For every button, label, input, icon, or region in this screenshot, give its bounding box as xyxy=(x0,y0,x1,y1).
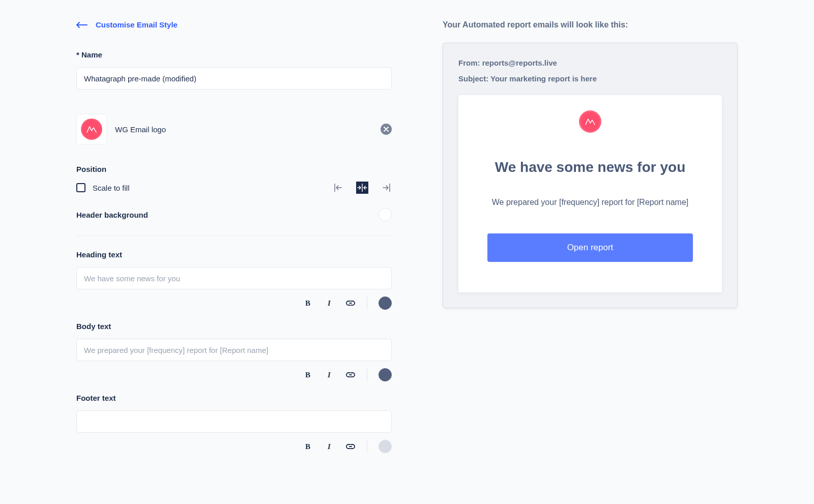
preview-heading: We have some news for you xyxy=(474,159,707,175)
scale-to-fill-checkbox[interactable] xyxy=(76,183,85,192)
footer-text-input[interactable] xyxy=(76,410,392,433)
heading-bold-button[interactable]: B xyxy=(303,298,313,308)
preview-title: Your Automated report emails will look l… xyxy=(443,20,738,29)
open-report-button[interactable]: Open report xyxy=(487,233,692,262)
preview-subject: Subject: Your marketing report is here xyxy=(458,74,722,83)
header-bg-label: Header background xyxy=(76,211,148,219)
scale-to-fill-label: Scale to fill xyxy=(93,184,130,192)
footer-color-picker[interactable] xyxy=(379,440,392,453)
footer-text-label: Footer text xyxy=(76,394,392,402)
align-right-button[interactable] xyxy=(380,182,392,194)
logo-filename: WG Email logo xyxy=(115,125,372,134)
remove-logo-button[interactable] xyxy=(381,124,392,135)
back-link[interactable]: Customise Email Style xyxy=(76,20,178,29)
name-input[interactable] xyxy=(76,67,392,90)
toolbar-divider xyxy=(367,369,367,381)
align-left-button[interactable] xyxy=(333,182,345,194)
preview-card: We have some news for you We prepared yo… xyxy=(458,95,722,292)
footer-link-button[interactable] xyxy=(345,441,356,452)
whatagraph-logo-icon xyxy=(81,118,102,140)
back-link-label: Customise Email Style xyxy=(96,20,178,29)
heading-text-label: Heading text xyxy=(76,250,392,259)
body-bold-button[interactable]: B xyxy=(303,370,313,380)
link-icon xyxy=(346,371,355,379)
preview-body: We prepared your [frequency] report for … xyxy=(474,198,707,207)
close-icon xyxy=(384,127,389,132)
body-link-button[interactable] xyxy=(345,370,356,380)
arrow-left-icon xyxy=(76,22,88,28)
link-icon xyxy=(346,299,355,308)
footer-bold-button[interactable]: B xyxy=(303,441,313,452)
email-preview-box: From: reports@reports.live Subject: Your… xyxy=(443,43,738,308)
logo-thumbnail[interactable] xyxy=(76,114,107,144)
heading-link-button[interactable] xyxy=(345,298,356,308)
body-text-input[interactable] xyxy=(76,339,392,361)
header-bg-color-picker[interactable] xyxy=(379,208,392,221)
preview-from: From: reports@reports.live xyxy=(458,58,722,67)
preview-logo-icon xyxy=(579,110,601,133)
align-center-button[interactable] xyxy=(356,182,368,194)
toolbar-divider xyxy=(367,440,367,453)
body-color-picker[interactable] xyxy=(379,368,392,381)
body-italic-button[interactable]: I xyxy=(324,370,334,380)
toolbar-divider xyxy=(367,297,367,309)
position-label: Position xyxy=(76,165,392,173)
body-text-label: Body text xyxy=(76,322,392,331)
name-label: * Name xyxy=(76,50,392,59)
heading-italic-button[interactable]: I xyxy=(324,298,334,308)
link-icon xyxy=(346,442,355,451)
footer-italic-button[interactable]: I xyxy=(324,441,334,452)
heading-text-input[interactable] xyxy=(76,267,392,289)
heading-color-picker[interactable] xyxy=(379,297,392,310)
